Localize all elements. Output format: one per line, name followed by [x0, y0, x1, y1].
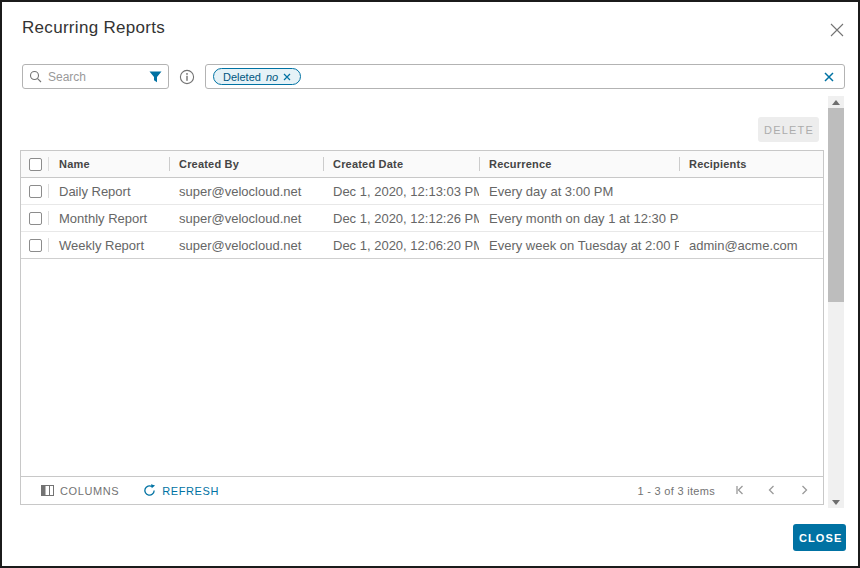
- close-button[interactable]: CLOSE: [793, 524, 846, 551]
- table-row[interactable]: Daily Report super@velocloud.net Dec 1, …: [21, 178, 823, 205]
- triangle-up-icon: [832, 100, 840, 105]
- filter-chip[interactable]: Deleted no: [213, 68, 301, 85]
- dialog-title: Recurring Reports: [22, 18, 165, 38]
- chip-remove-icon[interactable]: [283, 73, 291, 81]
- table-row[interactable]: Weekly Report super@velocloud.net Dec 1,…: [21, 232, 823, 259]
- vertical-scrollbar[interactable]: [828, 96, 844, 508]
- columns-icon: [41, 485, 54, 496]
- cell-created-by: super@velocloud.net: [169, 205, 323, 231]
- refresh-label: REFRESH: [162, 485, 219, 497]
- previous-page-button[interactable]: [765, 484, 779, 498]
- columns-button[interactable]: COLUMNS: [41, 485, 119, 497]
- cell-name: Monthly Report: [49, 205, 169, 231]
- column-header-created-date[interactable]: Created Date: [323, 151, 479, 177]
- table-header-row: Name Created By Created Date Recurrence …: [21, 151, 823, 178]
- search-input[interactable]: [46, 69, 149, 85]
- column-header-recurrence[interactable]: Recurrence: [479, 151, 679, 177]
- chevron-right-icon: [798, 484, 810, 496]
- triangle-down-icon: [832, 500, 840, 505]
- columns-label: COLUMNS: [60, 485, 119, 497]
- table-footer: COLUMNS REFRESH 1 - 3 of 3 items: [21, 476, 823, 504]
- refresh-icon: [143, 484, 156, 497]
- cell-recurrence: Every day at 3:00 PM: [479, 178, 679, 204]
- filter-chip-label: Deleted: [223, 71, 261, 83]
- column-header-name[interactable]: Name: [49, 151, 169, 177]
- scrollbar-thumb[interactable]: [828, 108, 844, 302]
- cell-recipients: admin@acme.com: [679, 232, 823, 258]
- cell-created-date: Dec 1, 2020, 12:12:26 PM: [323, 205, 479, 231]
- delete-button[interactable]: DELETE: [758, 117, 819, 142]
- select-all-checkbox[interactable]: [29, 158, 42, 171]
- row-checkbox[interactable]: [29, 239, 42, 252]
- column-header-recipients[interactable]: Recipients: [679, 151, 823, 177]
- scroll-down-button[interactable]: [828, 496, 844, 508]
- column-header-created-by[interactable]: Created By: [169, 151, 323, 177]
- table-row[interactable]: Monthly Report super@velocloud.net Dec 1…: [21, 205, 823, 232]
- filter-clear-icon[interactable]: [822, 70, 836, 84]
- pagination-info: 1 - 3 of 3 items: [637, 485, 715, 497]
- filter-funnel-icon[interactable]: [149, 71, 162, 83]
- close-icon: [829, 22, 845, 38]
- cell-created-date: Dec 1, 2020, 12:06:20 PM: [323, 232, 479, 258]
- info-icon[interactable]: [179, 69, 195, 85]
- cell-created-date: Dec 1, 2020, 12:13:03 PM: [323, 178, 479, 204]
- cell-recipients: [679, 205, 823, 231]
- refresh-button[interactable]: REFRESH: [143, 484, 219, 497]
- filter-chip-value: no: [266, 71, 278, 83]
- cell-created-by: super@velocloud.net: [169, 232, 323, 258]
- chevron-left-icon: [766, 484, 778, 496]
- first-page-button[interactable]: [733, 484, 747, 498]
- dialog-close-button[interactable]: [828, 22, 846, 40]
- cell-created-by: super@velocloud.net: [169, 178, 323, 204]
- search-box: [22, 64, 169, 89]
- row-checkbox[interactable]: [29, 212, 42, 225]
- cell-name: Daily Report: [49, 178, 169, 204]
- next-page-button[interactable]: [797, 484, 811, 498]
- search-icon: [29, 70, 42, 83]
- recurring-reports-dialog: Recurring Reports Deleted no: [0, 0, 860, 568]
- scroll-up-button[interactable]: [828, 96, 844, 108]
- cell-recipients: [679, 178, 823, 204]
- cell-name: Weekly Report: [49, 232, 169, 258]
- cell-recurrence: Every month on day 1 at 12:30 PM: [479, 205, 679, 231]
- reports-table: Name Created By Created Date Recurrence …: [20, 150, 824, 505]
- filter-bar[interactable]: Deleted no: [205, 64, 845, 89]
- cell-recurrence: Every week on Tuesday at 2:00 PM: [479, 232, 679, 258]
- page-first-icon: [734, 484, 746, 496]
- row-checkbox[interactable]: [29, 185, 42, 198]
